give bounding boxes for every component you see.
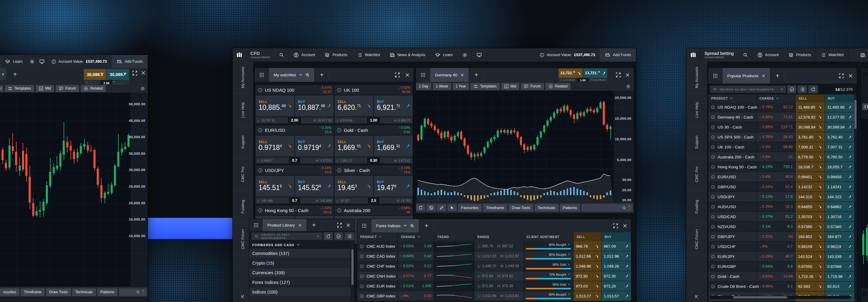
bottom-vourites[interactable]: vourites <box>0 289 19 296</box>
info-icon[interactable] <box>360 274 364 278</box>
buy-button[interactable]: 967.09 <box>601 241 631 251</box>
product-row-nzd-usd[interactable]: NZD/USD ↑ 0.1%6.3 0.57365 0.57380 <box>708 222 855 232</box>
learn-button[interactable]: Learn <box>0 55 27 68</box>
bottom-patterns[interactable]: Patterns <box>560 204 580 212</box>
info-icon[interactable] <box>337 88 341 92</box>
expand-icon[interactable] <box>395 73 400 78</box>
sell-button[interactable]: 30,086.84 <box>84 69 106 80</box>
panel-grid-button[interactable] <box>249 219 263 231</box>
add-tab-button[interactable]: + <box>469 68 484 82</box>
buy-button[interactable]: 12,577.92 <box>825 112 855 122</box>
buy-button[interactable]: 6,780.50 <box>825 152 855 162</box>
info-icon[interactable] <box>360 294 364 298</box>
toolbar-1-year[interactable]: 1 Year <box>453 83 469 90</box>
sell-button[interactable]: 0.99451 <box>796 172 825 182</box>
charttool-pencil-button[interactable] <box>437 204 446 211</box>
buy-button[interactable]: 7,007.31 <box>825 142 855 152</box>
sell-button[interactable]: SELL0.97184 <box>255 135 294 157</box>
section-header[interactable]: FORWARDS AND CASH <box>249 241 354 249</box>
forex-row-cmc-cad-index[interactable]: CMC CAD Index ↑ 0.04%0.42 L: 1,012.32H: … <box>357 251 631 261</box>
buy-button[interactable]: 30,089.84 <box>825 122 855 132</box>
list-view-button[interactable] <box>798 85 807 93</box>
sell-button[interactable]: SELL19.453 <box>335 175 373 197</box>
nav-watchlist[interactable]: Watchlist <box>352 48 385 61</box>
library-item-partial[interactable] <box>249 297 350 302</box>
toolbar-forum[interactable]: Forum <box>56 85 79 92</box>
info-icon[interactable] <box>258 208 262 213</box>
buy-button[interactable]: 143.539 <box>825 252 855 261</box>
buy-button[interactable]: BUY0.97194 <box>295 135 334 157</box>
forex-row-cmc-cnh-index[interactable]: CMC CNH Index ↓ 0.07%0.77 L: 972.64H: 97… <box>357 271 631 281</box>
buy-button[interactable]: BUY6,921.71 <box>374 95 413 116</box>
toolbar-templates[interactable]: Templates <box>470 83 500 90</box>
sell-button[interactable]: 0.64855 <box>796 202 825 212</box>
rail-item-cmc-price-[interactable]: CMC Price+ <box>687 223 707 255</box>
add-tab-button[interactable]: + <box>419 219 434 232</box>
refresh-button[interactable] <box>808 85 818 93</box>
sell-button[interactable]: 30,086.84 <box>796 122 825 132</box>
info-icon[interactable] <box>711 235 715 239</box>
info-icon[interactable] <box>711 165 715 169</box>
buy-button[interactable]: 18,055.7 <box>825 162 855 172</box>
filter-button[interactable] <box>787 85 796 93</box>
nav-products[interactable]: Products <box>784 48 816 61</box>
info-icon[interactable] <box>258 88 262 92</box>
info-icon[interactable] <box>711 225 715 229</box>
info-icon[interactable] <box>258 128 262 133</box>
column-range[interactable]: RANGE <box>474 232 524 241</box>
bottom-technicals[interactable]: Technicals <box>535 204 558 212</box>
settings-button[interactable] <box>27 55 37 68</box>
toolbar-1-week[interactable]: 1 Week <box>433 83 451 90</box>
sell-button[interactable]: SELL145.519 <box>255 175 294 197</box>
sell-button[interactable]: 1,012.66 <box>574 251 601 261</box>
toolbar-forum[interactable]: Forum <box>521 83 544 90</box>
scrollbar-vertical[interactable] <box>854 94 857 302</box>
timeframe-button-cut[interactable]: 1 D <box>862 104 868 110</box>
info-icon[interactable] <box>711 205 715 209</box>
library-item-commodities-137-[interactable]: Commodities (137) <box>249 249 350 258</box>
sell-button[interactable]: 3,761.80 <box>796 132 825 142</box>
column-sell[interactable]: SELL <box>796 94 825 102</box>
search-button[interactable] <box>274 48 289 61</box>
buy-button[interactable]: BUY1,669.31 <box>374 135 413 157</box>
sell-button[interactable]: 92.583 <box>796 281 825 291</box>
close-icon[interactable] <box>346 223 350 227</box>
sell-button[interactable]: 1,715.26 <box>796 272 825 281</box>
panel-grid-button[interactable] <box>357 219 372 232</box>
product-row-germany-40-cash[interactable]: Germany 40 - Cash ↓ 0.56%71.01 12,576.92… <box>708 112 855 122</box>
sell-button[interactable]: 0.57365 <box>796 222 825 231</box>
sell-button[interactable]: SELL1,669.01 <box>335 135 373 157</box>
nav-watchlist[interactable]: Watchlist <box>816 48 848 61</box>
product-row-gbp-jpy[interactable]: GBP/JPY ↓ 0.32%54 164.852 164.877 <box>708 232 855 242</box>
product-row-eur-usd[interactable]: EUR/USD ↓ 0.4%40.4 0.99451 0.99458 <box>708 172 855 182</box>
chart-search[interactable]: +− <box>581 204 632 212</box>
rail-item-support[interactable]: Support <box>233 126 253 158</box>
column-product[interactable]: PRODUCT <box>357 232 398 241</box>
bottom-draw-tools[interactable]: Draw Tools <box>509 204 533 212</box>
product-row-eur-jpy[interactable]: EUR/JPY ↓ 0.28%40.7 143.524 143.539 <box>708 252 855 262</box>
tab-forex-indices[interactable]: Forex Indices <box>372 219 419 232</box>
product-row-eur-gbp[interactable]: EUR/GBP ↑ 0.04%3.8 0.87055 0.87066 <box>708 262 855 272</box>
buy-button[interactable]: 1,715.56 <box>825 272 855 281</box>
price-axis[interactable]: 20,000.0015,000.0010,000.005,000.0030.00… <box>614 91 634 202</box>
buy-button[interactable]: 0.99458 <box>825 172 855 182</box>
library-item-forex-indices-127-[interactable]: Forex Indices (127) <box>249 278 350 287</box>
add-funds-button[interactable]: Add Funds <box>600 48 636 61</box>
watchlist-tile-uk-100[interactable]: UK 100 ↓ 0.62%43.68 SELL6,620.71 BUY6,92… <box>335 85 412 123</box>
library-item-crypto-15-[interactable]: Crypto (15) <box>249 258 350 268</box>
column-client-sentiment[interactable]: CLIENT SENTIMENT <box>524 232 574 241</box>
tab-close-icon[interactable] <box>299 224 301 226</box>
info-icon[interactable] <box>258 168 262 172</box>
toolbar-related[interactable]: Related <box>546 83 570 90</box>
rail-item-live-help[interactable]: Live Help <box>687 94 707 126</box>
nav-learn[interactable]: Learn <box>430 48 458 61</box>
buy-button[interactable]: 92.613 <box>825 281 855 291</box>
sell-button[interactable]: 143.524 <box>796 252 825 261</box>
buy-button[interactable]: BUY10,887.88 <box>295 95 334 116</box>
chart-settings-icon[interactable] <box>140 86 145 91</box>
filter-button[interactable] <box>334 232 343 240</box>
add-tab-button[interactable]: + <box>315 68 330 82</box>
expand-icon[interactable] <box>616 73 621 78</box>
toolbar-1-day[interactable]: 1 Day <box>416 83 431 90</box>
column-change[interactable]: CHANGE <box>398 232 434 241</box>
